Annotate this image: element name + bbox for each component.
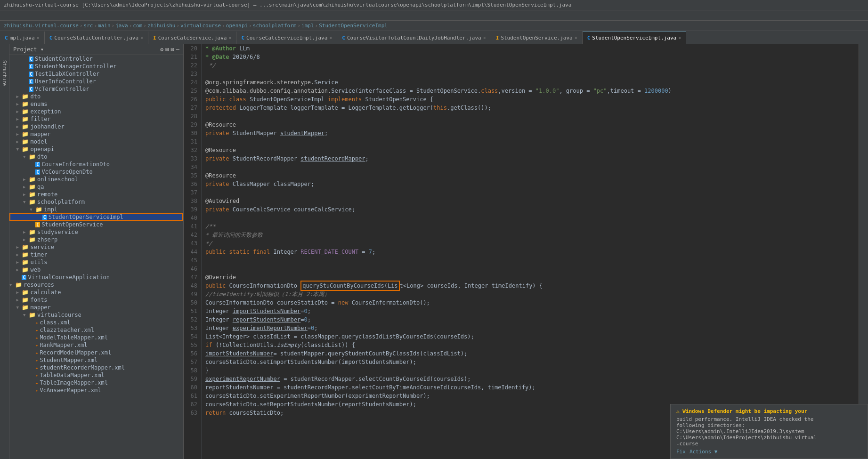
tree-item[interactable]: ▼📁virtualcourse [9,311,183,319]
notification-line1: build performance. IntelliJ IDEA checked… [676,416,862,422]
line-number: 25 [186,87,197,95]
code-line: courseStaticDto.setImportStudentsNumber(… [205,358,855,366]
tree-item[interactable]: CStudentManagerController [9,63,183,70]
tree-arrow: ▶ [16,124,22,129]
code-line [205,188,855,197]
tab-studentopenserviceimpl[interactable]: C StudentOpenServiceImpl.java × [583,32,686,44]
tree-label: timer [30,251,47,258]
code-line: courseStaticDto.setExperimentReportNumbe… [205,392,855,400]
tree-item[interactable]: ▶📁zhserp [9,236,183,243]
code-line: */ [205,239,855,248]
tree-item[interactable]: ✦RankMapper.xml [9,341,183,349]
line-number: 26 [186,95,197,104]
tree-item[interactable]: ▶📁model [9,138,183,145]
tree-arrow: ▶ [16,252,22,257]
tree-item[interactable]: CStudentController [9,55,183,63]
tree-item[interactable]: ▶📁onlineschool [9,176,183,183]
tree-icon-close[interactable]: — [176,46,179,53]
tree-item[interactable]: ▶📁qa [9,183,183,191]
structure-tab[interactable]: Structure [2,60,7,86]
tree-item[interactable]: ▼📁resources [9,281,183,289]
code-line: //timeIdentify:时间标识（1:本月 2:本周） [205,290,855,298]
tree-item[interactable]: ✦studentRecorderMapper.xml [9,364,183,371]
tab-coursecalcserviceimpl[interactable]: C CourseCalcServiceImpl.java × [236,32,337,44]
line-number: 43 [186,239,197,248]
tree-item[interactable]: ▶📁fonts [9,296,183,304]
tree-item[interactable]: ✦TableDataMapper.xml [9,371,183,379]
tree-item[interactable]: CVirtualCourseApplication [9,274,183,281]
tree-item[interactable]: ▶📁exception [9,108,183,115]
tree-item[interactable]: ▼📁openapi [9,145,183,153]
tree-item[interactable]: ▶📁dto [9,93,183,100]
tree-item[interactable]: ▶📁utils [9,258,183,266]
tree-arrow: ▼ [23,200,29,204]
tree-item[interactable]: ✦VcAnswerMapper.xml [9,387,183,394]
code-line: @com.alibaba.dubbo.config.annotation.Ser… [205,87,855,95]
tree-item[interactable]: ▶📁remote [9,191,183,198]
folder-icon: 📁 [22,251,29,258]
tree-item[interactable]: ▶📁service [9,243,183,251]
class-icon: C [22,275,26,280]
breadcrumb-project[interactable]: zhihuishu-virtual-course [4,23,79,29]
folder-icon: 📁 [29,191,36,198]
notification-actions[interactable]: Actions ▼ [690,449,718,455]
tree-item[interactable]: CUserInfoController [9,78,183,85]
tree-item[interactable]: ▼📁mapper [9,304,183,311]
tree-item[interactable]: CStudentOpenServiceImpl [9,213,183,221]
tab-studentopenservice[interactable]: I StudentOpenService.java × [491,32,583,44]
line-number: 41 [186,222,197,231]
tree-label: resources [24,282,54,288]
notification-fix[interactable]: Fix [676,449,686,455]
tree-arrow: ▶ [16,94,22,99]
tab-mpl[interactable]: C mpl.java × [0,32,45,44]
tree-item[interactable]: ▼📁impl [9,206,183,213]
tree-item[interactable]: CTestILabXController [9,70,183,78]
tree-item[interactable]: ▶📁timer [9,251,183,258]
line-number: 61 [186,392,197,400]
class-icon: C [35,162,40,167]
tree-icon-expand[interactable]: ⊞ [165,46,169,53]
tree-item[interactable]: IStudentOpenService [9,221,183,228]
tree-item[interactable]: ✦clazzteacher.xml [9,326,183,334]
class-icon: C [29,72,33,77]
title-bar: zhihuishu-virtual-course [C:\Users\admin… [0,0,868,10]
code-scroll[interactable]: 2021222324252627282930313233343536373839… [184,44,859,459]
tree-item[interactable]: ▶📁filter [9,115,183,123]
tree-arrow: ▶ [16,267,22,272]
tree-label: RankMapper.xml [40,342,87,348]
tree-item[interactable]: ✦TableImageMapper.xml [9,379,183,387]
tree-item[interactable]: CVcCourseOpenDto [9,168,183,176]
tree-container: CStudentController CStudentManagerContro… [9,55,183,394]
tree-item[interactable]: ✦StudentMapper.xml [9,356,183,364]
tree-label: virtualcourse [37,312,81,318]
tree-item[interactable]: ▼📁dto [9,153,183,161]
tree-item[interactable]: ▶📁enums [9,100,183,108]
tab-coursevisitor[interactable]: C CourseVisitorTotalCountDailyJobHandler… [337,32,491,44]
tree-icon-collapse[interactable]: ⊟ [171,46,174,53]
tree-item[interactable]: ▶📁jobhandler [9,123,183,130]
tree-item[interactable]: CVcTermController [9,85,183,93]
folder-icon: 📁 [22,116,29,122]
line-number: 38 [186,197,197,205]
code-line [205,70,855,78]
tree-item[interactable]: ✦class.xml [9,319,183,326]
code-line: * @Date 2020/6/8 [205,53,855,61]
tree-arrow: ▶ [16,260,22,265]
tree-item[interactable]: ▼📁schoolplatform [9,198,183,206]
tree-icon-settings[interactable]: ⚙ [160,46,163,53]
tree-item[interactable]: ▶📁mapper [9,130,183,138]
tree-item[interactable]: ▶📁web [9,266,183,274]
tree-item[interactable]: ✦RecordModelMapper.xml [9,349,183,356]
notification-title: ⚠ Windows Defender might be impacting yo… [676,408,862,414]
tree-item[interactable]: ▶📁studyservice [9,228,183,236]
tree-item[interactable]: CCourseInformationDto [9,161,183,168]
code-line: private StudentRecordMapper studentRecor… [205,154,855,163]
notification-line3: C:\Users\admin\.IntelliJIdea2019.3\syste… [676,428,862,435]
tab-coursestaticcontroller[interactable]: C CourseStaticController.java × [45,32,148,44]
tree-label: dto [37,153,48,160]
tree-item[interactable]: ▶📁calculate [9,289,183,296]
line-number: 63 [186,409,197,417]
tree-item[interactable]: ✦ModelTableMapper.xml [9,334,183,341]
tab-coursecalcservice[interactable]: I CourseCalcService.java × [148,32,236,44]
tree-arrow: ▼ [16,147,22,152]
